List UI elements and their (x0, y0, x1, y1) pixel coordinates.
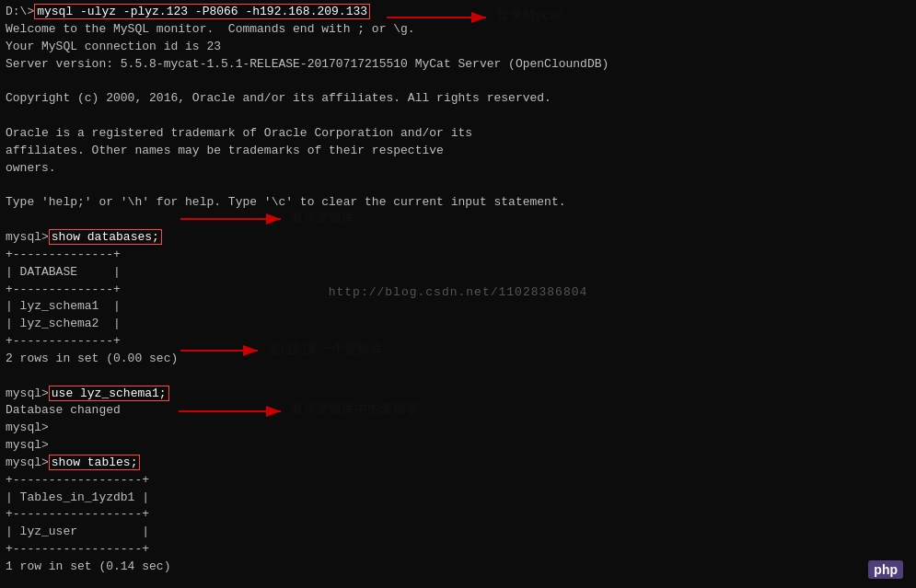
line-18: | lyz_schema1 | (6, 298, 910, 316)
line-3: Your MySQL connection id is 23 (6, 39, 910, 56)
line-10: owners. (6, 160, 910, 178)
annotation-show-db: 显示逻辑库 (290, 210, 354, 226)
line-26: mysql> (6, 437, 910, 455)
annotation-use-schema: 定位到某一个逻辑库 (267, 341, 383, 358)
line-16: | DATABASE | (6, 264, 910, 282)
line-34 (6, 576, 910, 588)
line-21: 2 rows in set (0.00 sec) (6, 351, 910, 368)
line-22 (6, 368, 910, 386)
line-23: mysql>use lyz_schema1; (6, 386, 910, 403)
line-12: Type 'help;' or '\h' for help. Type '\c'… (6, 194, 910, 212)
cmd-show-databases[interactable]: show databases; (49, 229, 162, 245)
line-27: mysql>show tables; (6, 455, 910, 472)
line-17: +--------------+ (6, 282, 910, 299)
line-14: mysql>show databases; (6, 229, 910, 247)
line-32: +------------------+ (6, 541, 910, 559)
line-7 (6, 108, 910, 125)
line-13 (6, 212, 910, 229)
line-1: D:\>mysql -ulyz -plyz.123 -P8066 -h192.1… (6, 4, 910, 21)
cmd-show-tables[interactable]: show tables; (49, 455, 141, 470)
line-4: Server version: 5.5.8-mycat-1.5.1-RELEAS… (6, 56, 910, 74)
line-25: mysql> (6, 420, 910, 437)
php-badge: php (868, 560, 903, 579)
line-15: +--------------+ (6, 247, 910, 264)
line-30: +------------------+ (6, 506, 910, 524)
line-33: 1 row in set (0.14 sec) (6, 559, 910, 576)
prompt-l1: D:\> (6, 5, 34, 18)
line-24: Database changed (6, 402, 910, 420)
line-28: +------------------+ (6, 472, 910, 490)
line-29: | Tables_in_1yzdb1 | (6, 490, 910, 507)
line-11 (6, 177, 910, 194)
line-9: affiliates. Other names may be trademark… (6, 143, 910, 160)
cmd-use-schema[interactable]: use lyz_schema1; (49, 386, 169, 401)
line-6: Copyright (c) 2000, 2016, Oracle and/or … (6, 90, 910, 108)
line-31: | lyz_user | (6, 524, 910, 541)
line-19: | lyz_schema2 | (6, 316, 910, 333)
line-8: Oracle is a registered trademark of Orac… (6, 125, 910, 143)
annotation-show-tables: 显示逻辑库中的逻辑表 (290, 401, 419, 418)
cmd-highlight-l1: mysql -ulyz -plyz.123 -P8066 -h192.168.2… (34, 4, 370, 19)
annotation-login: 登录Mycat (495, 6, 562, 24)
line-20: +--------------+ (6, 333, 910, 351)
terminal: D:\>mysql -ulyz -plyz.123 -P8066 -h192.1… (0, 0, 916, 588)
line-5 (6, 73, 910, 90)
line-2: Welcome to the MySQL monitor. Commands e… (6, 21, 910, 39)
php-badge-text: php (874, 562, 898, 577)
